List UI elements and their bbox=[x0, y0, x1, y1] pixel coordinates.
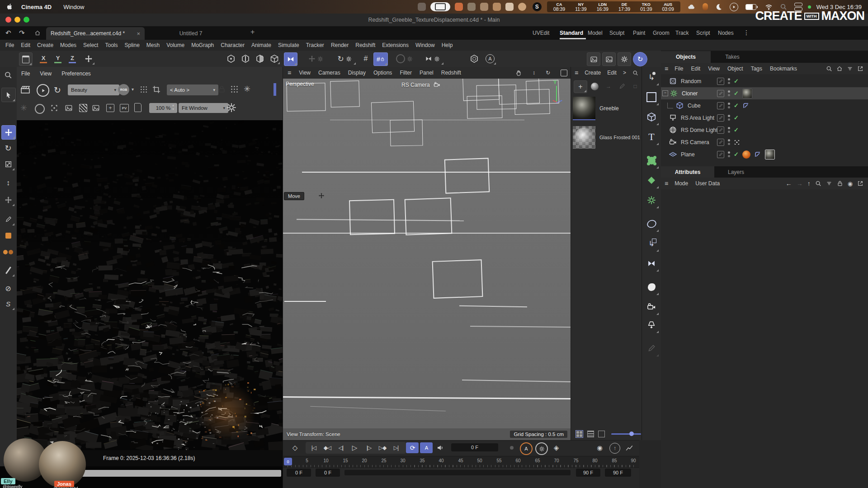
visibility-dots[interactable] bbox=[728, 103, 730, 108]
objects-filter-icon[interactable] bbox=[847, 66, 853, 72]
layout-tab-nodes[interactable]: Nodes bbox=[718, 30, 734, 36]
menu-extensions[interactable]: Extensions bbox=[382, 42, 409, 48]
enabled-check-icon[interactable]: ✓ bbox=[734, 127, 739, 133]
prev-key-button[interactable]: ◆◁ bbox=[321, 442, 334, 453]
redshift-material-tag[interactable] bbox=[742, 150, 750, 159]
layout-tab-paint[interactable]: Paint bbox=[633, 30, 645, 36]
visibility-dots[interactable] bbox=[728, 78, 730, 84]
next-key-button[interactable]: ▷◆ bbox=[376, 442, 389, 453]
layout-tab-script[interactable]: Script bbox=[696, 30, 710, 36]
goto-end-button[interactable]: ▷| bbox=[390, 442, 402, 453]
maximize-view-icon[interactable] bbox=[561, 70, 567, 76]
shell-app-icon[interactable] bbox=[518, 3, 526, 11]
translate-updown-tool[interactable]: ↕ bbox=[1, 176, 15, 190]
phong-tag-icon[interactable] bbox=[754, 151, 761, 158]
active-material-swatch[interactable] bbox=[1, 229, 15, 242]
live-selection-tool[interactable] bbox=[1, 88, 16, 102]
transform-tool[interactable] bbox=[1, 193, 15, 206]
timeline-ruler[interactable]: 0 5 10 15 20 25 30 35 40 45 50 55 60 65 … bbox=[283, 456, 640, 468]
grid-lock-icon[interactable]: # bbox=[373, 52, 388, 66]
autokey-ring-button[interactable]: A bbox=[520, 442, 533, 455]
axis-y-button[interactable]: Y bbox=[52, 52, 63, 65]
snapshot-image-icon[interactable] bbox=[65, 104, 73, 112]
menu-file[interactable]: File bbox=[5, 42, 14, 48]
layout-tab-track[interactable]: Track bbox=[675, 30, 689, 36]
macos-menu-window[interactable]: Window bbox=[63, 4, 84, 10]
attributes-filter-icon[interactable] bbox=[826, 180, 832, 187]
cube-primitive-tool[interactable] bbox=[644, 108, 659, 126]
render-settings-button[interactable] bbox=[618, 52, 631, 66]
material-tag-selected[interactable] bbox=[765, 150, 775, 160]
zoom-tool-icon[interactable] bbox=[4, 71, 12, 79]
layout-tab-standard[interactable]: Standard bbox=[560, 30, 583, 36]
delete-material-icon[interactable]: □ bbox=[630, 80, 641, 92]
interactive-render-button[interactable]: ↻ bbox=[633, 52, 647, 66]
assign-material-icon[interactable]: → bbox=[603, 80, 614, 92]
copy-page-icon[interactable] bbox=[134, 103, 142, 112]
go-up-icon[interactable]: ↑ bbox=[807, 180, 811, 187]
attributes-menu-mode[interactable]: Mode bbox=[675, 180, 688, 187]
objects-menu-bookmarks[interactable]: Bookmarks bbox=[770, 66, 797, 72]
collapse-expander[interactable]: − bbox=[662, 90, 668, 96]
visibility-dots[interactable] bbox=[728, 90, 730, 96]
visibility-dots[interactable] bbox=[728, 139, 730, 145]
polygons-mode-icon[interactable] bbox=[254, 53, 266, 65]
edit-tag-icon[interactable] bbox=[717, 102, 724, 109]
minimize-window-button[interactable] bbox=[14, 17, 20, 23]
annotate-a-icon[interactable]: A bbox=[484, 52, 496, 65]
dotted-grid-icon[interactable] bbox=[140, 85, 148, 94]
slider-handle[interactable] bbox=[629, 432, 634, 436]
layout-tab-groom[interactable]: Groom bbox=[653, 30, 670, 36]
renderview-menu-preferences[interactable]: Preferences bbox=[61, 70, 91, 77]
attributes-lock-icon[interactable] bbox=[837, 180, 843, 187]
refresh-icon[interactable]: ↻ bbox=[54, 85, 61, 95]
zoom-stepper[interactable]: ▴▾ bbox=[172, 103, 174, 111]
menu-tools[interactable]: Tools bbox=[105, 42, 118, 48]
annotate-pencil-tool[interactable] bbox=[644, 340, 659, 357]
objects-home-icon[interactable] bbox=[836, 66, 843, 72]
render-view-button[interactable] bbox=[587, 52, 600, 66]
undo-icon[interactable]: ↶ bbox=[5, 29, 11, 37]
materials-menu-more[interactable]: > bbox=[623, 70, 626, 76]
tab-takes[interactable]: Takes bbox=[711, 51, 754, 63]
viewport-menu-display[interactable]: Display bbox=[348, 70, 366, 76]
edit-tag-icon[interactable] bbox=[717, 90, 724, 97]
enabled-check-icon[interactable]: ✓ bbox=[734, 90, 739, 97]
playback-icon[interactable] bbox=[730, 3, 738, 11]
to-picture-viewer-icon[interactable]: PV bbox=[120, 104, 129, 112]
renderview-menu-view[interactable]: View bbox=[40, 70, 52, 77]
menu-create[interactable]: Create bbox=[37, 42, 53, 48]
view-list-icon[interactable] bbox=[587, 431, 594, 437]
add-snapshot-icon[interactable]: + bbox=[106, 104, 114, 112]
pick-material-icon[interactable] bbox=[616, 80, 628, 92]
edit-tag-icon[interactable] bbox=[717, 127, 724, 134]
menu-window[interactable]: Window bbox=[415, 42, 435, 48]
volume-builder-tool[interactable] bbox=[644, 192, 659, 209]
channel-badge[interactable]: RGB bbox=[118, 84, 129, 95]
menu-mograph[interactable]: MoGraph bbox=[191, 42, 214, 48]
keying-settings-button[interactable] bbox=[535, 442, 548, 455]
stripes-icon[interactable] bbox=[79, 104, 87, 112]
menu-render[interactable]: Render bbox=[331, 42, 349, 48]
material-item-greeble[interactable]: Greeble bbox=[571, 95, 642, 122]
weather-cloud-icon[interactable] bbox=[688, 3, 695, 11]
light-object-tool[interactable] bbox=[644, 316, 659, 333]
brush-tool[interactable] bbox=[1, 263, 15, 277]
material-pair-swatch[interactable] bbox=[1, 245, 15, 259]
region-circle-icon[interactable] bbox=[35, 104, 45, 114]
macos-app-name[interactable]: Cinema 4D bbox=[21, 4, 52, 10]
close-tab-icon[interactable]: × bbox=[137, 30, 140, 37]
active-camera-target-icon[interactable] bbox=[734, 139, 740, 145]
disabled-target-icon[interactable] bbox=[392, 52, 416, 65]
symmetry-icon[interactable] bbox=[420, 52, 444, 65]
add-tab-button[interactable]: + bbox=[250, 28, 255, 36]
plane-primitive-tool[interactable] bbox=[644, 89, 659, 106]
menu-animate[interactable]: Animate bbox=[251, 42, 271, 48]
orbit-icon[interactable]: ↻ bbox=[546, 70, 550, 76]
travel-app-icon[interactable] bbox=[505, 3, 514, 11]
menu-character[interactable]: Character bbox=[221, 42, 245, 48]
lock-icon[interactable] bbox=[217, 85, 226, 94]
goto-start-button[interactable]: |◁ bbox=[307, 442, 320, 453]
rotate-settings-icon[interactable]: ↻ bbox=[333, 52, 356, 65]
workplane-icon[interactable] bbox=[19, 52, 33, 66]
